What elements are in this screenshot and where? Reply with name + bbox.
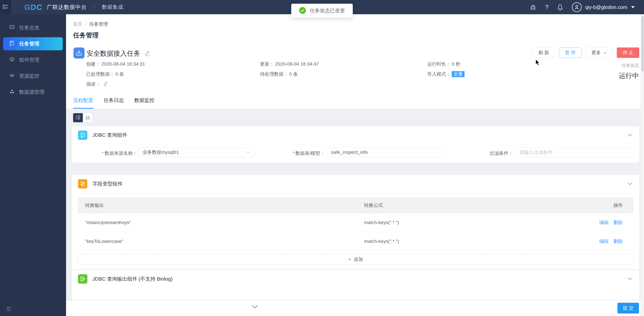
required-star: * (102, 151, 104, 156)
table-row: "retainUpstreamKeys" match-keys(".*.") 编… (78, 213, 634, 232)
breadcrumb-current: 任务管理 (89, 21, 108, 27)
chart-icon (10, 25, 14, 31)
add-transform-button[interactable]: + 添加 (78, 254, 634, 265)
more-button[interactable]: 更多 (586, 47, 613, 58)
pending-value: 0 条 (289, 71, 298, 77)
submit-button[interactable]: 提 交 (618, 303, 639, 314)
table-row: "keyToLowercase" match-keys(".*.") 编辑 删除 (78, 232, 634, 251)
row-actions: 编辑 删除 (582, 238, 634, 245)
notification-bell-icon[interactable] (557, 4, 563, 10)
runtime-row: 运行时长： 0 秒 (427, 61, 464, 67)
sidebar-item-task-management[interactable]: 任务管理 (3, 37, 63, 50)
user-email: qiy-b@glodon.com (585, 4, 627, 10)
datasource-select-value: 业务数据mysql01 (142, 149, 179, 156)
sidebar-item-label: 数据源管理 (19, 89, 44, 96)
task-info-column-1: 创建： 2020-08-04 16:34:31 已处理数据： 0 条 描述： (86, 61, 145, 87)
refresh-button[interactable]: 刷 新 (532, 47, 555, 58)
list-view-icon (76, 115, 80, 120)
user-caret-icon (631, 6, 634, 8)
created-value: 2020-08-04 16:34:31 (101, 61, 145, 67)
table-model-input[interactable] (327, 148, 446, 157)
updated-row: 更新： 2020-08-04 16:34:47 (260, 61, 319, 67)
description-label: 描述： (86, 81, 100, 87)
task-status-value: 运行中 (619, 71, 639, 80)
collapse-chevron-icon[interactable] (628, 134, 632, 137)
sidebar-item-component-management[interactable]: 组件管理 (0, 52, 66, 68)
topbar-divider (94, 4, 94, 10)
app-switcher-button[interactable] (0, 0, 11, 14)
import-mode-label: 导入模式： (427, 71, 451, 77)
pause-button[interactable]: 暂 停 (559, 47, 582, 58)
edit-description-icon[interactable] (103, 81, 108, 87)
code-view-toggle-button[interactable]: {/} (83, 113, 92, 122)
add-transform-label: 添加 (354, 256, 363, 263)
task-status-label: 任务状态 (619, 63, 639, 68)
field-transform-card: 字段变型组件 转换输出 转换公式 操作 "retainUpstreamKeys"… (72, 175, 639, 269)
more-label: 更多 (592, 49, 601, 56)
scrollbar-thumb[interactable] (642, 16, 644, 71)
field-transform-card-header: 字段变型组件 (72, 175, 639, 193)
collapse-chevron-icon[interactable] (628, 277, 632, 281)
list-view-toggle-button[interactable] (73, 113, 83, 122)
transform-table: 转换输出 转换公式 操作 "retainUpstreamKeys" match-… (78, 197, 634, 251)
app-grid-icon (3, 4, 8, 10)
jdbc-query-form: *数据来源名称： 业务数据mysql01 *数据表/模型： 过滤条件： (72, 144, 639, 162)
stop-button[interactable]: 停 止 (617, 47, 639, 58)
edit-link[interactable]: 编辑 (599, 238, 609, 245)
datasource-name-label-text: 数据来源名称： (104, 151, 138, 156)
sidebar: 任务总览 任务管理 组件管理 (0, 14, 66, 316)
chevron-down-icon (603, 50, 607, 55)
detail-tabs: 流程配置 任务日志 数据监控 (73, 97, 154, 109)
row-output-value: "retainUpstreamKeys" (78, 220, 364, 225)
filter-condition-input[interactable] (515, 148, 634, 157)
created-label: 创建： (86, 61, 100, 67)
sidebar-collapse-button[interactable] (6, 307, 12, 312)
datasource-select[interactable]: 业务数据mysql01 (138, 148, 254, 157)
brand[interactable]: GDC 广联达数据中台 (24, 3, 87, 12)
filter-condition-label-text: 过滤条件： (490, 151, 513, 156)
column-header-actions: 操作 (582, 202, 634, 208)
tab-flow-config[interactable]: 流程配置 (73, 97, 93, 109)
jdbc-query-component-icon (78, 131, 88, 140)
vertical-scrollbar[interactable] (641, 14, 644, 316)
breadcrumb-home[interactable]: 首页 (73, 21, 82, 27)
updated-label: 更新： (260, 61, 274, 67)
flow-footer: 提 交 (66, 300, 644, 316)
table-model-label-text: 数据表/模型： (295, 151, 325, 156)
topnav-data-integration[interactable]: 数据集成 (102, 4, 123, 10)
view-toggle-group: {/} (73, 113, 92, 122)
screen: GDC 广联达数据中台 数据集成 ? (0, 0, 644, 316)
tab-task-logs[interactable]: 任务日志 (104, 97, 124, 109)
gdc-logo: GDC (24, 3, 42, 12)
main-content: 首页 / 任务管理 任务管理 安全数据接入任务 (66, 14, 644, 316)
bug-report-icon[interactable] (530, 4, 536, 10)
required-star: * (292, 151, 294, 156)
sidebar-item-resource-monitor[interactable]: 资源监控 (0, 68, 66, 84)
sidebar-item-task-overview[interactable]: 任务总览 (0, 20, 66, 36)
row-formula-value: match-keys(".*.") (364, 239, 582, 244)
sidebar-item-datasource-management[interactable]: 数据源管理 (0, 84, 66, 100)
datasource-name-label: *数据来源名称： (94, 150, 138, 157)
collapse-chevron-icon[interactable] (628, 182, 632, 185)
sidebar-item-label: 任务总览 (19, 24, 39, 31)
sidebar-item-label: 任务管理 (19, 40, 39, 47)
user-menu[interactable]: qiy-b@glodon.com (572, 2, 634, 12)
jdbc-output-card-header: JDBC 查询输出组件 (不支持 Binlog) (72, 270, 639, 288)
task-name: 安全数据接入任务 (86, 49, 140, 58)
delete-link[interactable]: 删除 (614, 238, 623, 245)
column-header-formula: 转换公式 (364, 202, 582, 208)
edit-task-name-icon[interactable] (144, 50, 150, 57)
delete-link[interactable]: 删除 (614, 219, 623, 226)
success-check-icon (299, 7, 306, 14)
tab-data-monitor[interactable]: 数据监控 (134, 97, 154, 109)
jdbc-query-card-title: JDBC 查询组件 (92, 132, 127, 139)
help-icon[interactable]: ? (545, 4, 548, 11)
toast-text: 任务状态已变更 (310, 7, 345, 14)
topbar-right: ? qiy-b@glodon.com (530, 2, 644, 12)
collapse-panel-chevron-icon[interactable] (252, 305, 258, 309)
task-info-column-2: 更新： 2020-08-04 16:34:47 待处理数据： 0 条 (260, 61, 319, 77)
jdbc-query-card-header: JDBC 查询组件 (72, 126, 639, 144)
edit-link[interactable]: 编辑 (599, 219, 609, 226)
row-output-value: "keyToLowercase" (78, 239, 364, 244)
eye-icon (10, 73, 14, 79)
